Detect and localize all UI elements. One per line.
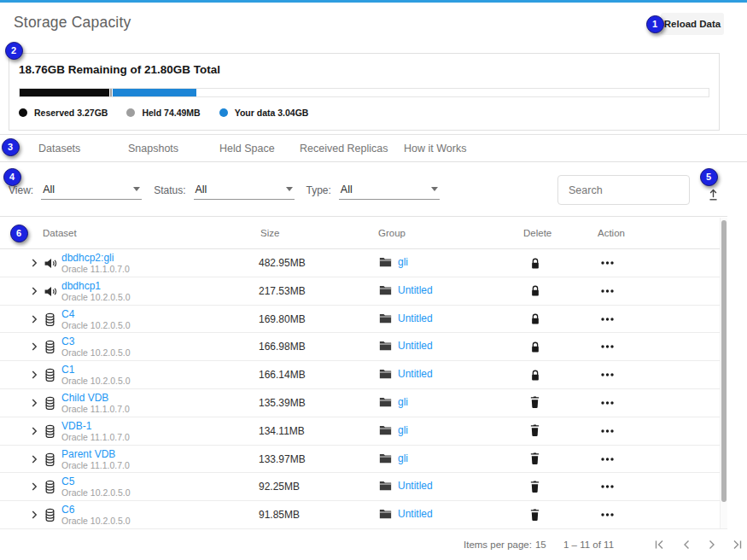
delete-icon[interactable]	[529, 509, 542, 522]
filter: View: All	[9, 184, 142, 200]
filter-select[interactable]: All	[41, 184, 142, 200]
capacity-usage-bar	[19, 88, 709, 97]
filter-label: Type:	[306, 184, 331, 200]
items-per-page-select[interactable]: 15	[535, 540, 546, 550]
export-icon[interactable]	[706, 188, 721, 202]
folder-icon	[379, 313, 392, 324]
database-icon	[44, 480, 58, 494]
table-row: Child VDB Oracle 11.1.0.7.0 135.39MB gli	[0, 389, 727, 417]
annotation-badge: 6	[10, 225, 28, 242]
dropdown-caret-icon	[286, 187, 293, 191]
items-per-page: Items per page:15	[464, 540, 546, 550]
dataset-size: 217.53MB	[259, 285, 306, 297]
expand-chevron-icon[interactable]	[28, 481, 40, 493]
row-actions-button[interactable]	[600, 483, 615, 490]
delete-icon[interactable]	[529, 424, 542, 437]
top-accent-bar	[0, 0, 747, 3]
row-actions-button[interactable]	[600, 456, 615, 463]
expand-chevron-icon[interactable]	[28, 509, 40, 521]
dsource-icon	[44, 256, 58, 271]
lock-icon	[529, 312, 542, 326]
capacity-legend: Reserved 3.27GB Held 74.49MB Your data 3…	[19, 108, 308, 118]
expand-chevron-icon[interactable]	[28, 313, 40, 325]
table-row: Parent VDB Oracle 11.1.0.7.0 133.97MB gl…	[0, 446, 727, 474]
capacity-bar-segment-your-data	[112, 89, 196, 96]
group-link[interactable]: Untitled	[398, 340, 433, 352]
scrollbar-thumb[interactable]	[721, 220, 727, 502]
capacity-bar-segment-reserved	[20, 89, 109, 96]
group-link[interactable]: gli	[398, 256, 408, 268]
expand-chevron-icon[interactable]	[28, 397, 40, 409]
items-per-page-label: Items per page:	[464, 540, 532, 550]
delete-icon[interactable]	[529, 481, 542, 493]
tab[interactable]: Received Replicas	[300, 135, 388, 163]
group-link[interactable]: gli	[398, 452, 408, 464]
dataset-subtitle: Oracle 10.2.0.5.0	[61, 516, 131, 527]
next-page-icon[interactable]	[705, 538, 719, 551]
database-icon	[44, 340, 58, 354]
group-link[interactable]: Untitled	[398, 312, 433, 324]
group-link[interactable]: Untitled	[398, 508, 433, 520]
filter: Type: All	[306, 184, 440, 200]
dataset-subtitle: Oracle 10.2.0.5.0	[61, 347, 131, 359]
dataset-link[interactable]: VDB-1	[61, 420, 130, 432]
dataset-subtitle: Oracle 10.2.0.5.0	[61, 320, 131, 331]
filter-label: View:	[9, 184, 33, 200]
dataset-size: 166.98MB	[259, 341, 306, 353]
group-link[interactable]: Untitled	[398, 284, 433, 296]
dataset-link[interactable]: C1	[61, 364, 131, 376]
table-row: VDB-1 Oracle 11.1.0.7.0 134.11MB gli	[0, 417, 727, 446]
folder-icon	[379, 369, 392, 379]
row-actions-button[interactable]	[600, 316, 615, 323]
delete-icon[interactable]	[529, 396, 542, 409]
row-actions-button[interactable]	[600, 400, 615, 406]
search-input[interactable]	[558, 176, 689, 204]
row-actions-button[interactable]	[600, 343, 615, 350]
previous-page-icon[interactable]	[680, 538, 693, 551]
expand-chevron-icon[interactable]	[28, 425, 40, 437]
row-actions-button[interactable]	[600, 371, 615, 378]
row-actions-button[interactable]	[600, 511, 615, 518]
last-page-icon[interactable]	[731, 538, 744, 551]
first-page-icon[interactable]	[652, 538, 666, 551]
tab[interactable]: How it Works	[404, 135, 466, 163]
expand-chevron-icon[interactable]	[28, 453, 40, 465]
lock-icon	[529, 369, 542, 382]
dataset-size: 92.25MB	[259, 481, 300, 493]
expand-chevron-icon[interactable]	[28, 257, 40, 269]
row-actions-button[interactable]	[600, 260, 615, 266]
dataset-link[interactable]: dbdhcp1	[61, 280, 131, 292]
group-link[interactable]: gli	[398, 424, 408, 436]
dataset-link[interactable]: dbdhcp2:gli	[61, 252, 130, 264]
delete-icon[interactable]	[529, 452, 542, 465]
dataset-subtitle: Oracle 11.1.0.7.0	[61, 404, 130, 415]
reload-data-button[interactable]: Reload Data	[661, 13, 724, 35]
group-link[interactable]: Untitled	[398, 480, 433, 492]
page-title: Storage Capacity	[14, 14, 131, 32]
expand-chevron-icon[interactable]	[28, 341, 40, 353]
filter-select[interactable]: All	[194, 184, 295, 200]
row-actions-button[interactable]	[600, 288, 615, 295]
row-actions-button[interactable]	[600, 428, 615, 435]
dataset-subtitle: Oracle 10.2.0.5.0	[61, 376, 131, 387]
dataset-link[interactable]: C4	[61, 308, 131, 320]
dataset-size: 135.39MB	[259, 397, 306, 409]
capacity-tabs: Datasets Snapshots Held Space Received R…	[0, 134, 747, 162]
tab[interactable]: Snapshots	[128, 135, 178, 163]
database-icon	[44, 508, 58, 522]
group-link[interactable]: gli	[398, 396, 408, 408]
filter-value: All	[341, 184, 353, 195]
dataset-link[interactable]: Parent VDB	[61, 448, 130, 460]
expand-chevron-icon[interactable]	[28, 369, 40, 381]
tab[interactable]: Datasets	[38, 135, 80, 163]
table-scrollbar[interactable]	[720, 218, 727, 528]
expand-chevron-icon[interactable]	[28, 285, 40, 297]
tab[interactable]: Held Space	[219, 135, 275, 163]
dataset-link[interactable]: C6	[61, 504, 131, 516]
dataset-link[interactable]: C5	[61, 475, 131, 487]
dataset-link[interactable]: Child VDB	[61, 392, 130, 404]
filter-select[interactable]: All	[339, 184, 440, 200]
dataset-link[interactable]: C3	[61, 335, 131, 347]
group-link[interactable]: Untitled	[398, 368, 433, 380]
dropdown-caret-icon	[133, 187, 140, 191]
